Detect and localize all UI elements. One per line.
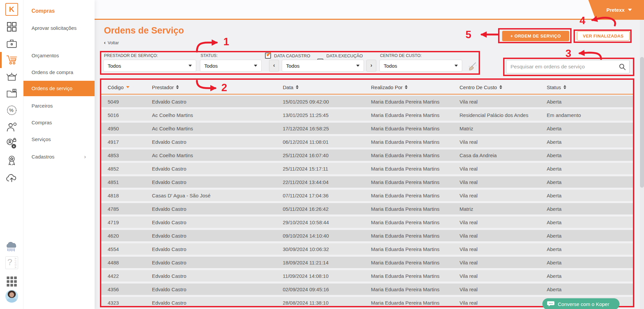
table-cell: Vila real [460, 246, 547, 252]
table-cell: Edvaldo Castro [152, 273, 283, 279]
active-module-indicator [0, 52, 2, 68]
new-service-order-button[interactable]: + ORDEM DE SERVIÇO [502, 31, 569, 41]
table-cell: Matriz [460, 126, 547, 131]
column-header-prestador[interactable]: Prestador [152, 84, 283, 90]
table-row[interactable]: 4950Ac Coelho Martins17/12/2024 16:58:25… [101, 123, 633, 134]
table-row[interactable]: 4853Ac Coelho Martins25/11/2024 16:07:40… [101, 149, 633, 161]
shopping-cart-icon [6, 54, 18, 66]
rail-item-help[interactable]: ? AJUDA [5, 256, 18, 269]
rail-item-stock[interactable] [5, 70, 18, 83]
sidebar-item-compras[interactable]: Compras [23, 119, 95, 126]
rail-item-finance[interactable]: $ [5, 87, 18, 100]
column-header-realizado-por[interactable]: Realizado Por [371, 84, 460, 90]
rail-item-dashboard[interactable] [5, 20, 18, 34]
table-cell: 5016 [108, 112, 152, 118]
table-row[interactable]: 4422Edvaldo Castro11/09/2024 14:08:10Mar… [101, 270, 633, 282]
sidebar-item-parceiros[interactable]: Parceiros [23, 103, 95, 109]
table-cell: Em andamento [547, 112, 633, 118]
date-prev-button[interactable]: ‹ [269, 60, 279, 72]
table-row[interactable]: 4818Casas D' Agua - São José07/11/2024 1… [101, 190, 633, 201]
table-cell: 4356 [108, 287, 152, 292]
chat-widget-button[interactable]: Converse com o Koper [542, 298, 620, 309]
account-menu[interactable]: Pretexx [588, 0, 644, 20]
top-bar-accent-line [95, 19, 644, 20]
rail-item-discounts[interactable]: % [5, 104, 18, 117]
column-header-codigo[interactable]: Código [108, 84, 152, 90]
table-row[interactable]: 4554Edvaldo Castro30/09/2024 10:06:32Mar… [101, 243, 633, 255]
status-select[interactable]: Todos [200, 60, 262, 72]
app-logo[interactable]: K [5, 3, 18, 16]
rail-item-briefcase[interactable] [5, 37, 18, 50]
column-header-centro-de-custo[interactable]: Centro De Custo [460, 84, 547, 90]
sidebar-item-ordens-de-compra[interactable]: Ordens de compra [23, 69, 95, 76]
table-row[interactable]: 4620Edvaldo Castro09/10/2024 14:10:40Mar… [101, 230, 633, 241]
sidebar-item-servicos[interactable]: Serviços [23, 136, 95, 143]
svg-text:$: $ [14, 89, 15, 91]
column-header-data[interactable]: Data [283, 84, 371, 90]
column-header-status[interactable]: Status [547, 84, 633, 90]
table-cell: 4719 [108, 220, 152, 225]
table-row[interactable]: 4356Edvaldo Castro02/09/2024 09:45:16Mar… [101, 284, 633, 295]
sidebar-item-orcamentos[interactable]: Orçamentos [23, 52, 95, 59]
table-row[interactable]: 4719Edvaldo Castro29/10/2024 10:58:44Mar… [101, 217, 633, 228]
table-cell: Maria Eduarda Pereira Martins [371, 179, 460, 185]
table-cell: Vila real [460, 139, 547, 145]
cost-center-select[interactable]: Todos [379, 60, 462, 72]
table-cell: Aberta [547, 233, 633, 239]
table-row[interactable]: 5016Ac Coelho Martins13/01/2025 11:25:45… [101, 109, 633, 121]
back-link[interactable]: ‹Voltar [104, 40, 119, 45]
provider-select[interactable]: Todos [103, 60, 196, 72]
table-cell: Aberta [547, 220, 633, 225]
table-cell: 4554 [108, 246, 152, 252]
table-cell: 4785 [108, 206, 152, 212]
rail-item-hr[interactable] [5, 137, 18, 150]
table-cell: Vila real [460, 166, 547, 172]
rail-item-weather [5, 240, 18, 253]
user-avatar[interactable] [5, 290, 18, 303]
sidebar-item-ordens-de-servico[interactable]: Ordens de serviço [23, 81, 95, 96]
table-row[interactable]: 4917Edvaldo Castro06/12/2024 11:08:01Mar… [101, 136, 633, 147]
cost-center-select-value: Todos [384, 63, 397, 69]
date-select[interactable]: Todos [282, 60, 364, 72]
award-ribbon-icon [6, 155, 17, 166]
table-row[interactable]: 4852Edvaldo Castro25/11/2024 15:17:11Mar… [101, 163, 633, 174]
rail-item-cloud[interactable] [5, 172, 18, 185]
view-finished-button[interactable]: VER FINALIZADAS [577, 31, 630, 41]
table-cell: 25/11/2024 15:17:11 [283, 166, 371, 172]
table-cell: 5049 [108, 99, 152, 105]
search-input[interactable] [506, 60, 617, 73]
table-row[interactable]: 4488Edvaldo Castro18/09/2024 11:21:14Mar… [101, 257, 633, 268]
chat-widget-label: Converse com o Koper [558, 301, 609, 307]
table-cell: 4950 [108, 126, 152, 131]
date-next-button[interactable]: › [366, 60, 376, 72]
dashboard-icon [6, 21, 17, 32]
rail-item-services-worker[interactable] [5, 120, 18, 134]
page-title: Ordens de Serviço [104, 25, 184, 36]
table-cell: 15/01/2025 09:42:00 [283, 99, 371, 105]
chevron-down-icon [628, 9, 632, 11]
table-row[interactable]: 4851Edvaldo Castro22/11/2024 13:44:04Mar… [101, 176, 633, 188]
table-cell: Edvaldo Castro [152, 260, 283, 265]
search-box [506, 60, 630, 73]
select-caret-icon [356, 65, 360, 67]
rail-item-apps[interactable] [5, 275, 18, 288]
table-row[interactable]: 5049Edvaldo Castro15/01/2025 09:42:00Mar… [101, 96, 633, 107]
table-cell: Matriz [460, 206, 547, 212]
chevron-left-icon: ‹ [104, 40, 106, 45]
data-cadastro-checkbox[interactable]: ✔ [265, 53, 271, 59]
table-row[interactable]: 4785Edvaldo Castro05/11/2024 16:26:42Mar… [101, 203, 633, 214]
sidebar-item-aprovar-solicitacoes[interactable]: Aprovar solicitações [23, 25, 91, 32]
table-cell: 4422 [108, 273, 152, 279]
table-cell: Maria Eduarda Pereira Martins [371, 112, 460, 118]
rail-item-purchases-active[interactable] [5, 53, 18, 67]
clear-filters-button[interactable] [466, 61, 478, 73]
search-icon[interactable] [619, 63, 626, 70]
scrollbar-thumb[interactable] [640, 57, 644, 188]
table-cell: Aberta [547, 179, 633, 185]
table-cell: Maria Eduarda Pereira Martins [371, 260, 460, 265]
table-cell: 4917 [108, 139, 152, 145]
sidebar-item-cadastros[interactable]: Cadastros › [23, 153, 95, 160]
app-window: Pretexx K [0, 0, 644, 309]
account-name: Pretexx [606, 7, 625, 13]
rail-item-quality[interactable] [5, 154, 18, 167]
